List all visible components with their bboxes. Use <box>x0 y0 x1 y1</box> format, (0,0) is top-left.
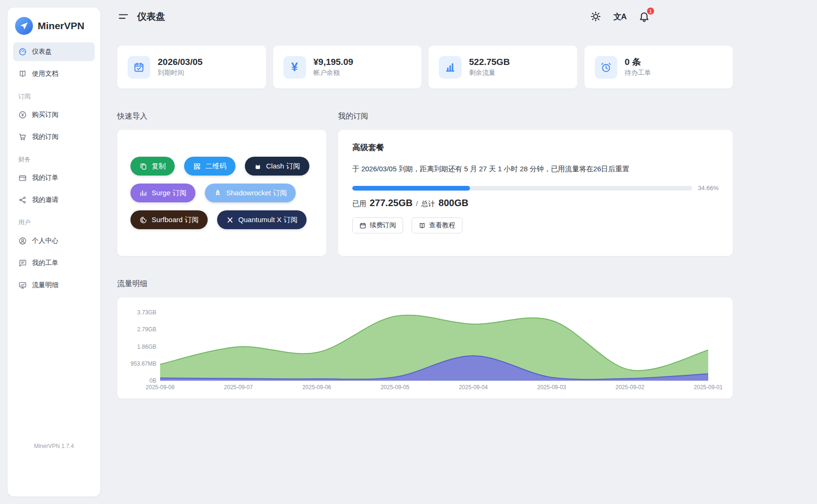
pill-surge[interactable]: Surge 订阅 <box>130 184 195 202</box>
stat-label: 待办工单 <box>625 69 651 77</box>
used-value: 277.25GB <box>370 198 413 208</box>
x-axis-tick-label: 2025-09-08 <box>146 384 175 391</box>
quantumult-x-icon <box>226 216 234 224</box>
traffic-detail-icon <box>18 281 27 289</box>
topbar: 仪表盘 文A 1 <box>117 9 733 24</box>
alarm-clock-icon <box>595 56 617 79</box>
progress-fill <box>352 186 470 191</box>
theme-sun-icon[interactable] <box>590 11 601 22</box>
sidebar-item-label: 个人中心 <box>32 237 58 245</box>
app-name: MinerVPN <box>38 20 84 32</box>
sidebar-item-label: 仪表盘 <box>32 48 52 56</box>
pill-quantumult-x[interactable]: Quantumult X 订阅 <box>217 210 307 229</box>
stat-label: 剩余流量 <box>469 69 510 77</box>
my-subscription-title: 我的订阅 <box>338 112 733 121</box>
clash-cat-icon <box>254 162 262 170</box>
x-axis-tick-label: 2025-09-06 <box>302 384 332 391</box>
sidebar-section-finance: 财务 <box>13 150 95 168</box>
stat-value: ¥9,195.09 <box>314 57 354 68</box>
pill-copy[interactable]: 复制 <box>130 157 175 176</box>
sidebar-menu: 仪表盘 使用文档 订阅 购买订阅 我的订阅 财务 我的订单 我的邀请 用户 个人… <box>8 41 100 298</box>
stats-row: 2026/03/05 到期时间 ¥ ¥9,195.09 帐户余额 522.75G… <box>117 46 733 88</box>
expiry-text: 于 2026/03/05 到期，距离到期还有 5 月 27 天 1 小时 28 … <box>352 165 719 174</box>
sidebar-section-user: 用户 <box>13 213 95 232</box>
subscription-actions: 续费订阅 查看教程 <box>352 217 719 233</box>
topbar-actions: 文A 1 <box>590 11 650 22</box>
renew-calendar-icon <box>359 222 366 229</box>
button-label: 续费订阅 <box>370 221 396 230</box>
view-tutorial-button[interactable]: 查看教程 <box>412 217 462 233</box>
sidebar-item-my-subscription[interactable]: 我的订阅 <box>13 128 95 146</box>
x-axis-tick-label: 2025-09-07 <box>224 384 253 391</box>
sidebar-item-buy-subscription[interactable]: 购买订阅 <box>13 105 95 124</box>
sidebar-version-footer: MinerVPN 1.7.4 <box>8 443 100 496</box>
sidebar-item-label: 我的订单 <box>32 174 58 182</box>
y-axis-tick-label: 2.79GB <box>137 326 156 333</box>
subscription-panel: 高级套餐 于 2026/03/05 到期，距离到期还有 5 月 27 天 1 小… <box>338 130 733 256</box>
total-label: 总计 <box>421 200 435 208</box>
sidebar-item-label: 我的工单 <box>32 259 58 267</box>
pill-label: Clash 订阅 <box>266 162 300 171</box>
qrcode-icon <box>193 162 201 170</box>
renew-subscription-button[interactable]: 续费订阅 <box>352 217 403 233</box>
yen-icon: ¥ <box>283 56 306 79</box>
sidebar-item-traffic-detail[interactable]: 流量明细 <box>13 276 95 295</box>
sidebar-item-docs[interactable]: 使用文档 <box>13 64 95 83</box>
stat-card-expiry: 2026/03/05 到期时间 <box>117 46 266 88</box>
used-label: 已用 <box>352 200 366 208</box>
surge-bars-icon <box>139 189 147 197</box>
pill-label: 复制 <box>152 162 166 171</box>
notification-badge: 1 <box>647 7 655 15</box>
sidebar-item-my-tickets[interactable]: 我的工单 <box>13 254 95 272</box>
progress-track <box>352 186 692 191</box>
notification-bell-icon[interactable]: 1 <box>639 11 650 22</box>
progress-percent-label: 34.66% <box>698 184 719 192</box>
x-axis-tick-label: 2025-09-03 <box>537 384 566 391</box>
sidebar-item-label: 我的邀请 <box>32 196 58 204</box>
pill-label: 二维码 <box>205 162 226 171</box>
quick-import-panel: 复制 二维码 Clash 订阅 Surge 订阅 <box>117 130 326 256</box>
stat-card-balance: ¥ ¥9,195.09 帐户余额 <box>273 46 422 88</box>
pill-label: Surge 订阅 <box>152 189 186 198</box>
stat-label: 帐户余额 <box>314 69 354 77</box>
invite-icon <box>18 196 27 204</box>
y-axis-tick-label: 3.73GB <box>137 309 156 316</box>
surfboard-wave-icon <box>139 216 147 224</box>
page-title: 仪表盘 <box>137 10 165 23</box>
sidebar-item-my-orders[interactable]: 我的订单 <box>13 168 95 187</box>
bar-chart-icon <box>439 56 461 79</box>
sidebar-item-my-invites[interactable]: 我的邀请 <box>13 191 95 209</box>
language-translate-icon[interactable]: 文A <box>614 11 626 22</box>
traffic-chart-panel: 0B953.67MB1.86GB2.79GB3.73GB2025-09-0820… <box>117 297 733 399</box>
usage-progress: 34.66% <box>352 184 719 192</box>
y-axis-tick-label: 1.86GB <box>137 344 156 350</box>
y-axis-tick-label: 0B <box>149 377 156 384</box>
sidebar-item-label: 流量明细 <box>32 281 58 289</box>
pill-label: Quantumult X 订阅 <box>238 216 298 224</box>
stat-value: 2026/03/05 <box>158 57 202 68</box>
hamburger-menu-icon[interactable] <box>117 10 129 23</box>
buy-subscription-icon <box>18 111 27 119</box>
pill-shadowrocket[interactable]: Shadowrocket 订阅 <box>205 184 296 202</box>
pill-clash[interactable]: Clash 订阅 <box>245 157 309 176</box>
calendar-check-icon <box>128 56 150 79</box>
total-value: 800GB <box>438 198 468 208</box>
app-logo: MinerVPN <box>8 8 100 41</box>
stat-value: 0 条 <box>625 57 651 68</box>
user-icon <box>18 237 27 245</box>
pill-qrcode[interactable]: 二维码 <box>184 157 235 176</box>
rocket-icon <box>214 189 222 197</box>
button-label: 查看教程 <box>429 221 455 230</box>
traffic-area-chart: 0B953.67MB1.86GB2.79GB3.73GB2025-09-0820… <box>117 297 733 399</box>
plan-name: 高级套餐 <box>352 142 719 153</box>
usage-summary: 已用 277.25GB / 总计 800GB <box>352 198 719 208</box>
quick-import-buttons: 复制 二维码 Clash 订阅 Surge 订阅 <box>130 157 313 229</box>
sidebar-item-profile[interactable]: 个人中心 <box>13 232 95 250</box>
x-axis-tick-label: 2025-09-05 <box>380 384 410 391</box>
sidebar-item-dashboard[interactable]: 仪表盘 <box>13 42 95 61</box>
pill-surfboard[interactable]: Surfboard 订阅 <box>130 210 208 229</box>
cart-icon <box>18 133 27 141</box>
stat-value: 522.75GB <box>469 57 510 68</box>
main-content: 仪表盘 文A 1 2026/03/05 到期时间 ¥ ¥9,195.09 帐户 <box>117 9 733 399</box>
x-axis-tick-label: 2025-09-01 <box>694 384 723 391</box>
